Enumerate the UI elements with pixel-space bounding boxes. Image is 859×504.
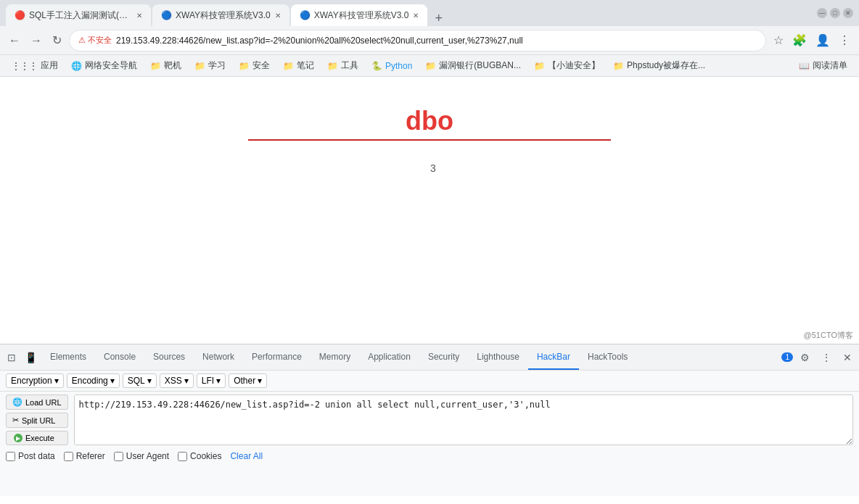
tab-3[interactable]: 🔵 XWAY科技管理系统V3.0 ✕ xyxy=(291,4,428,26)
clear-all-link[interactable]: Clear All xyxy=(230,451,263,461)
insecure-badge: ⚠ 不安全 xyxy=(78,35,112,46)
xss-chevron-icon: ▾ xyxy=(184,376,189,386)
devtools-tab-bar: ⊡ 📱 Elements Console Sources Network Per… xyxy=(0,344,859,371)
bookmarks-bar: ⋮⋮⋮ 应用 🌐 网络安全导航 📁 靶机 📁 学习 📁 安全 📁 笔记 📁 工具… xyxy=(0,55,859,77)
hackbar-toolbar: Encryption ▾ Encoding ▾ SQL ▾ XSS ▾ LFI … xyxy=(0,371,859,392)
minimize-button[interactable]: — xyxy=(817,8,827,18)
tab-hacktools[interactable]: HackTools xyxy=(579,344,636,370)
bookmark-reading[interactable]: 📖 阅读清单 xyxy=(793,58,853,73)
window-controls: — □ ✕ xyxy=(817,8,853,18)
referer-checkbox[interactable] xyxy=(64,452,73,461)
hackbar-main: 🌐 Load URL ✂ Split URL ▶ Execute xyxy=(0,392,859,448)
bookmark-phpstudy[interactable]: 📁 Phpstudy被爆存在... xyxy=(607,58,711,73)
hackbar-bottom: Post data Referer User Agent Cookies Cle… xyxy=(0,448,859,464)
post-data-checkbox[interactable] xyxy=(6,452,15,461)
lfi-chevron-icon: ▾ xyxy=(216,376,221,386)
bookmark-button[interactable]: ☆ xyxy=(770,30,786,50)
profile-button[interactable]: 👤 xyxy=(813,30,833,50)
encryption-dropdown[interactable]: Encryption ▾ xyxy=(6,373,64,388)
devtools-more-icon[interactable]: ⋮ xyxy=(817,349,836,366)
load-url-button[interactable]: 🌐 Load URL xyxy=(6,394,68,410)
encoding-dropdown[interactable]: Encoding ▾ xyxy=(67,373,120,388)
sql-chevron-icon: ▾ xyxy=(147,376,152,386)
tab-1[interactable]: 🔴 SQL手工注入漏洞测试(Sql Serv... ✕ xyxy=(6,4,151,26)
tab-hackbar[interactable]: HackBar xyxy=(528,344,579,370)
devtools-settings-icon[interactable]: ⚙ xyxy=(796,349,814,366)
dbo-heading: dbo xyxy=(248,106,611,136)
bookmark-tools[interactable]: 📁 工具 xyxy=(321,58,364,73)
tab-1-favicon: 🔴 xyxy=(15,10,25,20)
tab-1-close[interactable]: ✕ xyxy=(136,12,142,20)
cookies-checkbox-group[interactable]: Cookies xyxy=(178,451,221,461)
tab-1-label: SQL手工注入漏洞测试(Sql Serv... xyxy=(29,9,132,22)
encryption-chevron-icon: ▾ xyxy=(54,376,59,386)
browser-content: dbo 3 @51CTO博客 xyxy=(0,77,859,344)
devtools-inspect-icon[interactable]: ⊡ xyxy=(3,349,20,366)
hackbar-action-buttons: 🌐 Load URL ✂ Split URL ▶ Execute xyxy=(6,394,68,445)
devtools-badge: 1 xyxy=(781,352,793,362)
cookies-checkbox[interactable] xyxy=(178,452,187,461)
tab-sources[interactable]: Sources xyxy=(144,344,194,370)
load-url-icon: 🌐 xyxy=(12,397,22,407)
address-bar[interactable]: ⚠ 不安全 219.153.49.228:44626/new_list.asp?… xyxy=(69,30,766,51)
devtools-close-icon[interactable]: ✕ xyxy=(839,349,856,366)
execute-icon: ▶ xyxy=(14,434,22,442)
tab-3-label: XWAY科技管理系统V3.0 xyxy=(314,9,409,22)
bookmark-python[interactable]: 🐍 Python xyxy=(366,59,418,73)
tab-security[interactable]: Security xyxy=(419,344,468,370)
page-content: dbo 3 xyxy=(248,106,611,174)
devtools-right-controls: 1 ⚙ ⋮ ✕ xyxy=(781,349,856,366)
tab-elements[interactable]: Elements xyxy=(41,344,95,370)
tab-network[interactable]: Network xyxy=(194,344,243,370)
user-agent-checkbox[interactable] xyxy=(114,452,123,461)
back-button[interactable]: ← xyxy=(6,31,23,50)
bookmark-security[interactable]: 📁 安全 xyxy=(233,58,276,73)
xss-dropdown[interactable]: XSS ▾ xyxy=(160,373,194,388)
tab-memory[interactable]: Memory xyxy=(311,344,359,370)
bookmark-notes[interactable]: 📁 笔记 xyxy=(277,58,320,73)
bookmark-apps[interactable]: ⋮⋮⋮ 应用 xyxy=(6,58,64,73)
split-url-icon: ✂ xyxy=(12,416,19,425)
bookmark-study[interactable]: 📁 学习 xyxy=(189,58,231,73)
lfi-dropdown[interactable]: LFI ▾ xyxy=(197,373,226,388)
split-url-button[interactable]: ✂ Split URL xyxy=(6,413,68,428)
forward-button[interactable]: → xyxy=(28,31,45,50)
other-chevron-icon: ▾ xyxy=(258,376,262,386)
reload-button[interactable]: ↻ xyxy=(49,30,65,50)
devtools-panel: ⊡ 📱 Elements Console Sources Network Per… xyxy=(0,344,859,496)
close-button[interactable]: ✕ xyxy=(843,8,853,18)
tab-performance[interactable]: Performance xyxy=(243,344,311,370)
copyright-text: @51CTO博客 xyxy=(804,330,853,341)
devtools-device-icon[interactable]: 📱 xyxy=(20,349,41,366)
dbo-underline xyxy=(248,139,611,141)
tab-2[interactable]: 🔵 XWAY科技管理系统V3.0 ✕ xyxy=(152,4,289,26)
bookmark-security-nav[interactable]: 🌐 网络安全导航 xyxy=(65,58,143,73)
tabs-area: 🔴 SQL手工注入漏洞测试(Sql Serv... ✕ 🔵 XWAY科技管理系统… xyxy=(6,0,817,26)
bookmark-target[interactable]: 📁 靶机 xyxy=(144,58,187,73)
tab-lighthouse[interactable]: Lighthouse xyxy=(468,344,528,370)
menu-button[interactable]: ⋮ xyxy=(836,30,853,50)
tab-3-close[interactable]: ✕ xyxy=(413,12,419,20)
tab-application[interactable]: Application xyxy=(359,344,419,370)
nav-actions: ☆ 🧩 👤 ⋮ xyxy=(770,30,853,50)
bookmark-bugbank[interactable]: 📁 漏洞银行(BUGBAN... xyxy=(419,58,527,73)
title-bar: 🔴 SQL手工注入漏洞测试(Sql Serv... ✕ 🔵 XWAY科技管理系统… xyxy=(0,0,859,26)
post-data-checkbox-group[interactable]: Post data xyxy=(6,451,55,461)
encoding-chevron-icon: ▾ xyxy=(110,376,115,386)
referer-checkbox-group[interactable]: Referer xyxy=(64,451,105,461)
new-tab-button[interactable]: + xyxy=(429,11,448,26)
sql-dropdown[interactable]: SQL ▾ xyxy=(123,373,157,388)
tab-3-favicon: 🔵 xyxy=(300,10,310,20)
maximize-button[interactable]: □ xyxy=(830,8,840,18)
address-text: 219.153.49.228:44626/new_list.asp?id=-2%… xyxy=(116,36,523,46)
tab-2-close[interactable]: ✕ xyxy=(275,12,281,20)
extensions-button[interactable]: 🧩 xyxy=(789,30,810,50)
execute-button[interactable]: ▶ Execute xyxy=(6,431,68,445)
page-number: 3 xyxy=(255,162,611,174)
url-input[interactable] xyxy=(74,394,853,445)
user-agent-checkbox-group[interactable]: User Agent xyxy=(114,451,169,461)
bookmark-xiaodi[interactable]: 📁 【小迪安全】 xyxy=(528,58,606,73)
nav-bar: ← → ↻ ⚠ 不安全 219.153.49.228:44626/new_lis… xyxy=(0,26,859,55)
other-dropdown[interactable]: Other ▾ xyxy=(229,373,267,388)
tab-console[interactable]: Console xyxy=(95,344,144,370)
